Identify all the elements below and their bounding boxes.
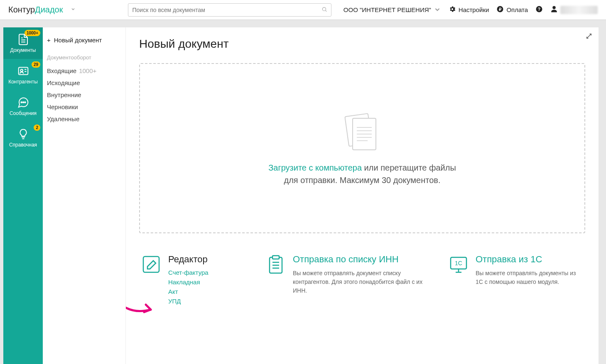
option-title-link[interactable]: Отправка из 1С: [476, 254, 581, 265]
sub-link-deleted[interactable]: Удаленные: [47, 113, 125, 125]
user-name-blurred: [560, 6, 598, 14]
svg-point-13: [21, 102, 22, 103]
new-document-label: Новый документ: [54, 37, 102, 44]
header-right: ООО "ИНТЕРНЕТ РЕШЕНИЯ" Настройки ₽ Оплат…: [343, 5, 598, 14]
svg-rect-26: [272, 256, 279, 259]
sub-link-label: Внутренние: [47, 91, 81, 98]
sub-link-drafts[interactable]: Черновики: [47, 101, 125, 113]
option-body: Вы можете отправлять документ списку кон…: [293, 269, 423, 295]
svg-line-16: [587, 34, 591, 39]
drop-text: Загрузите с компьютера или перетащите фа…: [268, 161, 456, 186]
app-body: 1000+ Документы 29 Контрагенты Сообщения…: [0, 20, 606, 364]
org-selector[interactable]: ООО "ИНТЕРНЕТ РЕШЕНИЯ": [343, 6, 441, 14]
logo[interactable]: Контур Диадок: [8, 5, 63, 15]
content: Новый документ: [126, 27, 599, 364]
sub-link-internal[interactable]: Внутренние: [47, 89, 125, 101]
editor-link-waybill[interactable]: Накладная: [168, 278, 209, 286]
plus-icon: +: [47, 37, 51, 44]
edit-icon: [141, 254, 162, 275]
dropzone[interactable]: Загрузите с компьютера или перетащите фа…: [139, 63, 585, 233]
payment-link[interactable]: ₽ Оплата: [496, 5, 528, 14]
documents-stack-icon: [339, 110, 385, 156]
sub-link-label: Черновики: [47, 103, 78, 110]
sub-link-count: 1000+: [79, 67, 96, 74]
svg-line-1: [325, 10, 326, 12]
logo-part2: Диадок: [35, 5, 63, 15]
help-icon: ?: [535, 5, 543, 14]
editor-links: Счет-фактура Накладная Акт УПД: [168, 269, 209, 305]
option-1c: 1C Отправка из 1С Вы можете отправлять д…: [448, 254, 581, 286]
svg-text:1C: 1C: [455, 260, 462, 266]
ruble-icon: ₽: [496, 5, 504, 14]
expand-icon[interactable]: [585, 32, 593, 42]
search-icon[interactable]: [321, 6, 327, 13]
sidebar-item-messages[interactable]: Сообщения: [3, 90, 43, 122]
sub-link-label: Удаленные: [47, 115, 79, 122]
option-title: Редактор: [168, 254, 209, 265]
badge: 2: [34, 125, 40, 131]
svg-point-15: [25, 102, 26, 103]
option-title-link[interactable]: Отправка по списку ИНН: [293, 254, 423, 265]
sub-link-outbox[interactable]: Исходящие: [47, 77, 125, 89]
badge: 29: [32, 61, 40, 68]
chat-icon: [5, 96, 41, 109]
chevron-down-icon: [434, 6, 441, 14]
svg-text:?: ?: [538, 7, 540, 12]
option-inn: Отправка по списку ИНН Вы можете отправл…: [265, 254, 423, 295]
svg-text:₽: ₽: [499, 7, 502, 12]
sidebar-item-label: Сообщения: [5, 110, 41, 116]
page-title: Новый документ: [139, 37, 585, 51]
new-document-button[interactable]: + Новый документ: [47, 34, 125, 52]
sidebar-item-label: Справочная: [5, 142, 41, 148]
monitor-1c-icon: 1C: [448, 254, 469, 275]
sub-link-inbox[interactable]: Входящие 1000+: [47, 65, 125, 77]
logo-part1: Контур: [8, 5, 35, 15]
sub-link-label: Входящие: [47, 67, 76, 74]
user-menu[interactable]: [550, 5, 598, 14]
option-content: Отправка из 1С Вы можете отправлять доку…: [476, 254, 581, 286]
editor-link-invoice[interactable]: Счет-фактура: [168, 269, 209, 276]
search-input[interactable]: [128, 3, 331, 17]
sidebar-item-label: Документы: [5, 47, 41, 53]
svg-point-10: [20, 69, 23, 72]
section-label: Документооборот: [47, 52, 125, 65]
editor-link-upd[interactable]: УПД: [168, 298, 209, 305]
sub-sidebar: + Новый документ Документооборот Входящи…: [43, 27, 126, 364]
sidebar-item-counterparties[interactable]: 29 Контрагенты: [3, 59, 43, 90]
search-wrap: [128, 3, 331, 17]
badge: 1000+: [25, 30, 40, 36]
drop-rest1: или перетащите файлы: [362, 163, 456, 172]
drop-line2: для отправки. Максимум 30 документов.: [284, 176, 440, 185]
option-content: Отправка по списку ИНН Вы можете отправл…: [293, 254, 423, 295]
clipboard-icon: [265, 254, 286, 275]
help-link[interactable]: ?: [535, 5, 543, 14]
option-body: Вы можете отправлять документы из 1С с п…: [476, 269, 581, 286]
org-name: ООО "ИНТЕРНЕТ РЕШЕНИЯ": [343, 6, 431, 13]
sub-link-label: Исходящие: [47, 79, 80, 86]
sidebar: 1000+ Документы 29 Контрагенты Сообщения…: [3, 27, 43, 364]
option-content: Редактор Счет-фактура Накладная Акт УПД: [168, 254, 209, 305]
sidebar-item-help[interactable]: 2 Справочная: [3, 122, 43, 154]
editor-link-act[interactable]: Акт: [168, 288, 209, 295]
sidebar-item-label: Контрагенты: [5, 79, 41, 85]
svg-point-14: [22, 102, 24, 103]
gear-icon: [449, 5, 456, 14]
settings-link[interactable]: Настройки: [449, 5, 489, 14]
upload-link[interactable]: Загрузите с компьютера: [268, 163, 362, 172]
sidebar-item-documents[interactable]: 1000+ Документы: [3, 27, 43, 59]
user-icon: [550, 5, 558, 14]
payment-label: Оплата: [506, 6, 528, 13]
options-row: Редактор Счет-фактура Накладная Акт УПД …: [139, 254, 585, 305]
chevron-down-icon[interactable]: [68, 4, 78, 15]
option-editor: Редактор Счет-фактура Накладная Акт УПД: [141, 254, 240, 305]
svg-point-0: [322, 7, 326, 10]
header: Контур Диадок ООО "ИНТЕРНЕТ РЕШЕНИЯ" Нас…: [0, 0, 606, 20]
settings-label: Настройки: [459, 6, 489, 13]
